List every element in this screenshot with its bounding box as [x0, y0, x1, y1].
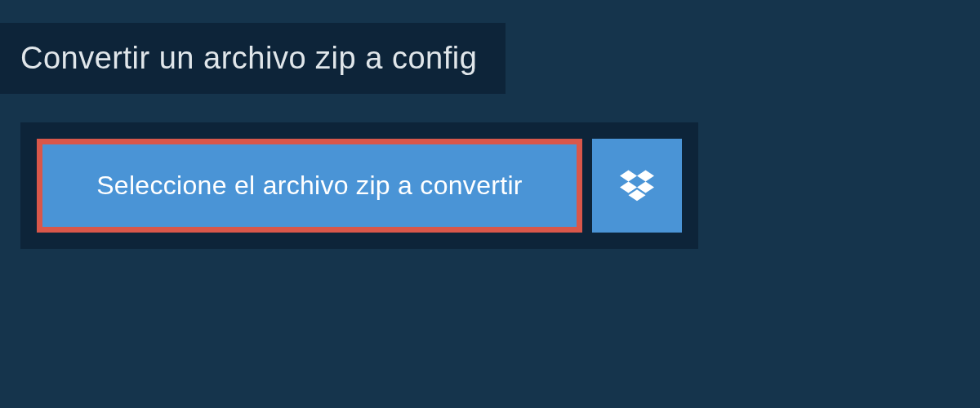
file-select-panel: Seleccione el archivo zip a convertir: [20, 122, 698, 249]
dropbox-button[interactable]: [592, 139, 682, 233]
select-file-button[interactable]: Seleccione el archivo zip a convertir: [37, 139, 582, 233]
dropbox-icon: [620, 167, 654, 205]
page-title: Convertir un archivo zip a config: [20, 41, 477, 76]
page-header: Convertir un archivo zip a config: [0, 23, 506, 94]
